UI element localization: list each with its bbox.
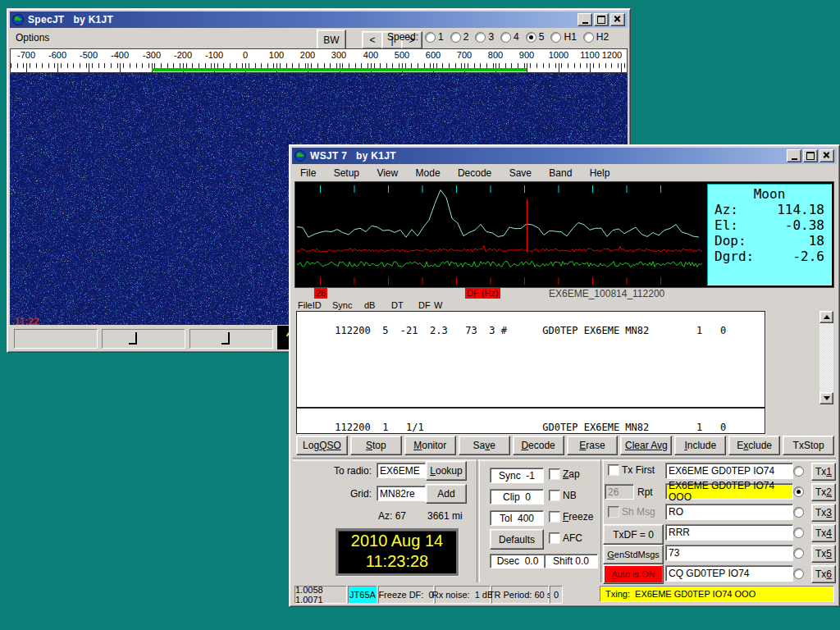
tx3-message-field[interactable]: RO — [665, 504, 793, 520]
menu-band[interactable]: Band — [541, 165, 579, 181]
nb-checkbox[interactable] — [549, 490, 560, 501]
tx2-button[interactable]: Tx2 — [811, 483, 836, 501]
menu-save[interactable]: Save — [502, 165, 539, 181]
menu-help[interactable]: Help — [582, 165, 618, 181]
include-button[interactable]: Include — [674, 436, 726, 455]
tx1-button[interactable]: Tx1 — [811, 463, 836, 481]
tx5-radio[interactable] — [793, 548, 804, 559]
maximize-icon[interactable] — [803, 149, 818, 162]
moon-az-row: Az:114.18 — [714, 202, 824, 217]
minimize-icon[interactable] — [787, 149, 801, 162]
tx5-button[interactable]: Tx5 — [811, 545, 836, 563]
sh-msg-checkbox[interactable] — [608, 506, 619, 518]
header-dt: DT — [391, 300, 404, 310]
clip-field[interactable]: Clip 0 — [490, 489, 544, 504]
tx2-radio[interactable] — [793, 486, 804, 497]
speed-option-4[interactable]: 4 — [500, 31, 519, 43]
log-qso-button[interactable]: Log QSO — [296, 436, 348, 455]
sync-field[interactable]: Sync -1 — [490, 468, 544, 483]
decode-scrollbar[interactable] — [819, 311, 833, 404]
action-button-row: Log QSO Stop Monitor Save Decode Erase C… — [296, 436, 834, 455]
to-radio-input[interactable]: EX6EME — [377, 463, 426, 478]
tx3-button[interactable]: Tx3 — [811, 504, 836, 522]
slider-thumb[interactable] — [221, 332, 230, 345]
tol-field[interactable]: Tol 400 — [490, 510, 544, 526]
gen-std-msgs-button[interactable]: GenStdMsgs — [603, 545, 664, 564]
menu-setup[interactable]: Setup — [326, 165, 367, 181]
specjt-status-panel-2[interactable] — [102, 329, 185, 349]
erase-button[interactable]: Erase — [567, 436, 619, 455]
speed-option-5[interactable]: 5 — [526, 31, 545, 43]
afc-checkbox[interactable] — [549, 532, 560, 544]
bw-button[interactable]: BW — [317, 30, 346, 50]
tx-first-checkbox[interactable] — [608, 464, 619, 476]
freeze-checkbox[interactable] — [549, 511, 560, 523]
ruler-tick-label: -500 — [72, 50, 105, 60]
specjt-titlebar[interactable]: SpecJT by K1JT — [10, 11, 628, 28]
menu-mode[interactable]: Mode — [409, 165, 448, 181]
header-fileid: FileID — [298, 300, 322, 310]
monitor-button[interactable]: Monitor — [404, 436, 456, 455]
tx4-message-field[interactable]: RRR — [665, 524, 793, 541]
tx6-radio[interactable] — [793, 568, 804, 579]
header-db: dB — [364, 300, 375, 310]
radio-icon — [583, 32, 594, 43]
speed-option-3[interactable]: 3 — [475, 31, 494, 43]
tx6-message-field[interactable]: CQ GD0TEP IO74 — [665, 565, 793, 582]
defaults-button[interactable]: Defaults — [490, 529, 544, 550]
decode-button[interactable]: Decode — [513, 436, 564, 455]
menu-file[interactable]: File — [293, 165, 323, 181]
speed-option-1[interactable]: 1 — [425, 31, 444, 43]
menu-view[interactable]: View — [369, 165, 405, 181]
radio-icon — [475, 32, 486, 43]
minimize-icon[interactable] — [578, 13, 592, 26]
tx4-button[interactable]: Tx4 — [811, 524, 836, 542]
tx5-message-field[interactable]: 73 — [665, 545, 793, 561]
tx1-radio[interactable] — [793, 466, 804, 477]
maximize-icon[interactable] — [594, 13, 609, 26]
clear-avg-button[interactable]: Clear Avg — [620, 436, 672, 455]
zap-checkbox[interactable] — [549, 468, 560, 480]
nav-back-button[interactable]: < — [362, 31, 383, 49]
radio-icon — [550, 32, 561, 43]
close-icon[interactable] — [610, 13, 625, 26]
dsec-field[interactable]: Dsec 0.0 — [490, 554, 546, 568]
ruler-tick-label: 800 — [479, 50, 512, 60]
tx3-radio[interactable] — [793, 507, 804, 518]
save-button[interactable]: Save — [459, 436, 510, 455]
speed-option-2[interactable]: 2 — [450, 31, 469, 43]
scrollbar-track[interactable] — [819, 323, 833, 392]
status-txing: Txing: EX6EME GD0TEP IO74 OOO — [600, 586, 834, 602]
exclude-button[interactable]: Exclude — [728, 436, 780, 455]
shift-field[interactable]: Shift 0.0 — [544, 554, 598, 568]
slider-thumb[interactable] — [129, 332, 137, 345]
decode-text-area[interactable]: 112200 5 -21 2.3 73 3 # GD0TEP EX6EME MN… — [296, 311, 765, 408]
header-df: DF — [418, 300, 431, 310]
tx4-radio[interactable] — [793, 527, 804, 538]
tx1-message-field[interactable]: EX6EME GD0TEP IO74 — [665, 463, 793, 479]
close-icon[interactable] — [819, 149, 834, 162]
distance-value: 3661 mi — [427, 510, 463, 522]
ruler-tick-label: 400 — [354, 50, 387, 60]
add-button[interactable]: Add — [426, 484, 467, 504]
scroll-down-icon[interactable] — [819, 392, 833, 404]
auto-button[interactable]: Auto is ON — [603, 564, 664, 584]
speed-option-h1[interactable]: H1 — [550, 31, 576, 43]
txdf-button[interactable]: TxDF = 0 — [603, 524, 664, 545]
specjt-status-panel-3[interactable] — [189, 329, 273, 349]
status-rx-noise: Rx noise: 1 dB — [435, 586, 491, 604]
lookup-button[interactable]: Lookup — [426, 461, 467, 481]
grid-input[interactable]: MN82re — [377, 486, 426, 501]
speed-option-h2[interactable]: H2 — [583, 31, 609, 43]
menu-decode[interactable]: Decode — [450, 165, 499, 181]
spectrum-plot[interactable] — [295, 182, 705, 287]
wsjt-titlebar[interactable]: WSJT 7 by K1JT — [292, 148, 837, 164]
txstop-button[interactable]: TxStop — [783, 436, 834, 455]
scroll-up-icon[interactable] — [819, 311, 833, 323]
average-text-area[interactable]: 112200 1 1/1 GD0TEP EX6EME MN82 1 0 — [296, 408, 765, 434]
options-menu[interactable]: Options — [16, 32, 49, 43]
stop-button[interactable]: Stop — [350, 436, 402, 455]
tx6-button[interactable]: Tx6 — [811, 565, 836, 583]
ruler-green-band — [152, 68, 527, 71]
tx2-message-field[interactable]: EX6EME GD0TEP IO74 OOO — [665, 483, 793, 500]
